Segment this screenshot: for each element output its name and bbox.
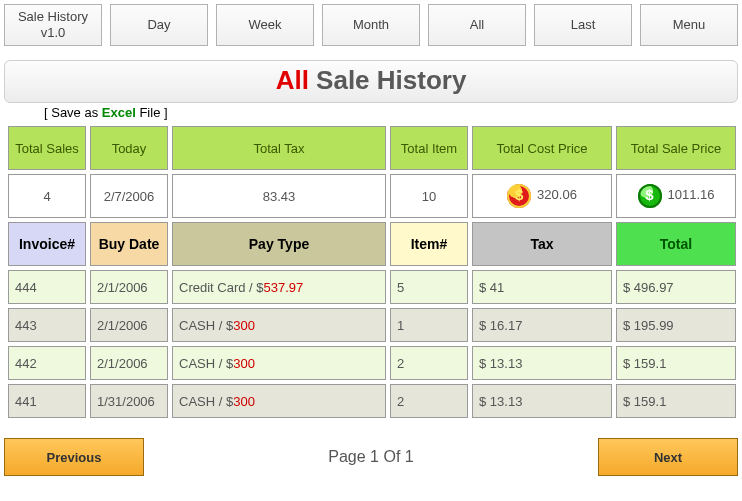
col-buy-date[interactable]: Buy Date (90, 222, 168, 266)
save-excel-link[interactable]: [ Save as Excel File ] (44, 105, 738, 120)
page-title-band: All Sale History (4, 60, 738, 103)
top-toolbar: Sale History v1.0 Day Week Month All Las… (4, 4, 738, 46)
day-button[interactable]: Day (110, 4, 208, 46)
cell-tax: $ 16.17 (472, 308, 612, 342)
summary-value-row: 4 2/7/2006 83.43 10 320.06 1011.16 (8, 174, 736, 218)
cell-buy-date: 1/31/2006 (90, 384, 168, 418)
hdr-total-cost-price: Total Cost Price (472, 126, 612, 170)
cell-tax: $ 41 (472, 270, 612, 304)
menu-button[interactable]: Menu (640, 4, 738, 46)
cell-tax: $ 13.13 (472, 384, 612, 418)
next-button[interactable]: Next (598, 438, 738, 476)
cell-item: 1 (390, 308, 468, 342)
hdr-today: Today (90, 126, 168, 170)
cell-tax: $ 13.13 (472, 346, 612, 380)
table-row[interactable]: 441 1/31/2006 CASH / $300 2 $ 13.13 $ 15… (8, 384, 736, 418)
cell-buy-date: 2/1/2006 (90, 270, 168, 304)
table-row[interactable]: 443 2/1/2006 CASH / $300 1 $ 16.17 $ 195… (8, 308, 736, 342)
cell-invoice: 444 (8, 270, 86, 304)
val-total-item: 10 (390, 174, 468, 218)
hdr-total-tax: Total Tax (172, 126, 386, 170)
cell-total: $ 496.97 (616, 270, 736, 304)
cell-pay-type: CASH / $300 (172, 308, 386, 342)
cell-item: 5 (390, 270, 468, 304)
cell-invoice: 442 (8, 346, 86, 380)
cell-total: $ 159.1 (616, 384, 736, 418)
cell-total: $ 195.99 (616, 308, 736, 342)
val-total-cost-price: 320.06 (472, 174, 612, 218)
val-total-sales: 4 (8, 174, 86, 218)
version-button[interactable]: Sale History v1.0 (4, 4, 102, 46)
dollar-red-icon (507, 184, 531, 208)
cell-pay-type: CASH / $300 (172, 346, 386, 380)
cell-invoice: 441 (8, 384, 86, 418)
cell-pay-type: CASH / $300 (172, 384, 386, 418)
col-pay-type[interactable]: Pay Type (172, 222, 386, 266)
data-grid: Total Sales Today Total Tax Total Item T… (4, 122, 740, 422)
page-info: Page 1 Of 1 (144, 448, 598, 466)
month-button[interactable]: Month (322, 4, 420, 46)
val-total-sale-price: 1011.16 (616, 174, 736, 218)
cell-pay-type: Credit Card / $537.97 (172, 270, 386, 304)
cell-total: $ 159.1 (616, 346, 736, 380)
hdr-total-sales: Total Sales (8, 126, 86, 170)
cell-buy-date: 2/1/2006 (90, 346, 168, 380)
last-button[interactable]: Last (534, 4, 632, 46)
val-today: 2/7/2006 (90, 174, 168, 218)
summary-header-row: Total Sales Today Total Tax Total Item T… (8, 126, 736, 170)
week-button[interactable]: Week (216, 4, 314, 46)
title-word-all: All (276, 65, 309, 95)
cell-invoice: 443 (8, 308, 86, 342)
cell-buy-date: 2/1/2006 (90, 308, 168, 342)
dollar-green-icon (638, 184, 662, 208)
all-button[interactable]: All (428, 4, 526, 46)
excel-word: Excel (102, 105, 136, 120)
col-tax[interactable]: Tax (472, 222, 612, 266)
title-word-rest: Sale History (309, 65, 467, 95)
col-invoice[interactable]: Invoice# (8, 222, 86, 266)
col-total[interactable]: Total (616, 222, 736, 266)
val-total-tax: 83.43 (172, 174, 386, 218)
cell-item: 2 (390, 346, 468, 380)
hdr-total-item: Total Item (390, 126, 468, 170)
table-row[interactable]: 444 2/1/2006 Credit Card / $537.97 5 $ 4… (8, 270, 736, 304)
hdr-total-sale-price: Total Sale Price (616, 126, 736, 170)
previous-button[interactable]: Previous (4, 438, 144, 476)
cell-item: 2 (390, 384, 468, 418)
pager-footer: Previous Page 1 Of 1 Next (4, 438, 738, 476)
column-header-row: Invoice# Buy Date Pay Type Item# Tax Tot… (8, 222, 736, 266)
col-item[interactable]: Item# (390, 222, 468, 266)
table-row[interactable]: 442 2/1/2006 CASH / $300 2 $ 13.13 $ 159… (8, 346, 736, 380)
